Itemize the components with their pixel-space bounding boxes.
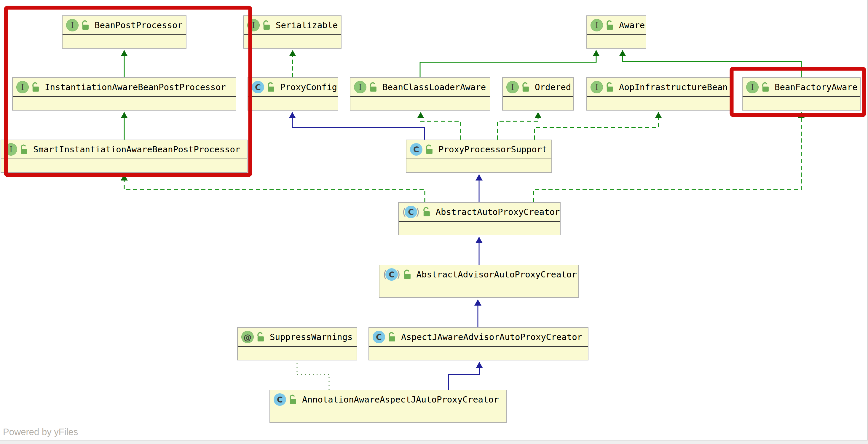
uml-diagram-canvas: (I)BeanPostProcessor(I)Serializable(I)Aw… [0,0,868,444]
class-node-smart-instantiation-aware-bean-post-processor[interactable]: (I)SmartInstantiationAwareBeanPostProces… [1,139,248,173]
node-label: BeanFactoryAware [775,82,857,92]
class-node-ordered[interactable]: (I)Ordered [502,77,574,110]
diagram-nodes-layer: (I)BeanPostProcessor(I)Serializable(I)Aw… [0,0,868,444]
interface-icon: (I) [16,81,29,93]
node-label: Aware [619,20,645,30]
node-members-section [13,97,236,110]
interface-icon: (I) [746,81,758,93]
annotation-icon: (@) [241,331,254,343]
interface-icon: (I) [354,81,366,93]
unlocked-icon [31,82,40,92]
interface-icon: (I) [5,143,17,156]
class-icon: (C) [373,331,385,343]
node-header: (I)Ordered [503,78,573,97]
unlocked-icon [521,82,530,92]
node-header: (I)BeanClassLoaderAware [350,78,490,97]
unlocked-icon [369,82,378,92]
interface-icon: (I) [591,19,603,31]
node-header: (I)BeanFactoryAware [743,78,860,97]
horizontal-scrollbar-track[interactable] [0,440,868,444]
class-node-proxy-processor-support[interactable]: (C)ProxyProcessorSupport [406,139,552,173]
node-members-section [503,97,573,110]
node-label: AbstractAutoProxyCreator [436,207,560,217]
unlocked-icon [761,82,770,92]
node-header: (C)ProxyProcessorSupport [406,140,551,159]
node-header: (C)AnnotationAwareAspectJAutoProxyCreato… [270,390,506,409]
node-header: (I)Aware [587,16,646,35]
node-members-section [350,97,490,110]
class-node-suppress-warnings[interactable]: (@)SuppressWarnings [237,327,357,360]
unlocked-icon [422,207,431,217]
node-header: (I)InstantiationAwareBeanPostProcessor [13,78,236,97]
node-label: BeanPostProcessor [95,20,183,30]
node-label: InstantiationAwareBeanPostProcessor [45,82,226,92]
node-members-section [63,35,186,48]
node-label: AbstractAdvisorAutoProxyCreator [416,269,577,280]
node-header: (C)AbstractAutoProxyCreator [399,203,560,222]
node-label: SuppressWarnings [270,332,352,342]
unlocked-icon [403,269,412,280]
powered-by-yfiles: Powered by yFiles [3,427,78,438]
node-header: (I)Serializable [244,16,341,35]
interface-icon: (I) [66,19,79,31]
node-header: (I)AopInfrastructureBean [587,78,731,97]
class-node-serializable[interactable]: (I)Serializable [243,15,342,49]
node-members-section [248,97,338,110]
interface-icon: (I) [247,19,260,31]
class-node-bean-class-loader-aware[interactable]: (I)BeanClassLoaderAware [350,77,490,110]
node-label: Ordered [535,82,571,92]
node-label: AopInfrastructureBean [619,82,728,92]
class-icon: (C) [252,81,264,93]
node-header: (I)SmartInstantiationAwareBeanPostProces… [1,140,247,159]
node-members-section [238,347,356,360]
unlocked-icon [267,82,275,92]
unlocked-icon [262,20,271,30]
interface-icon: (I) [591,81,603,93]
node-label: ProxyConfig [280,82,337,92]
unlocked-icon [606,20,614,30]
node-header: (C)AspectJAwareAdvisorAutoProxyCreator [369,328,588,347]
abstract-class-icon: (C) [402,206,420,218]
yfiles-link[interactable]: yFiles [54,427,78,437]
node-members-section [270,409,506,422]
node-members-section [244,35,341,48]
class-node-abstract-auto-proxy-creator[interactable]: (C)AbstractAutoProxyCreator [398,202,561,235]
unlocked-icon [81,20,90,30]
node-members-section [406,159,551,172]
unlocked-icon [606,82,614,92]
interface-icon: (I) [506,81,519,93]
node-label: SmartInstantiationAwareBeanPostProcessor [33,144,240,154]
node-label: BeanClassLoaderAware [382,82,486,92]
class-node-bean-post-processor[interactable]: (I)BeanPostProcessor [62,15,186,49]
class-icon: (C) [410,143,423,156]
node-members-section [379,284,578,297]
class-node-annotation-aware-aspectj-auto-proxy-creator[interactable]: (C)AnnotationAwareAspectJAutoProxyCreato… [270,390,507,423]
class-node-aspectj-aware-advisor-auto-proxy-creator[interactable]: (C)AspectJAwareAdvisorAutoProxyCreator [369,327,588,360]
node-header: (C)ProxyConfig [248,78,338,97]
node-header: (C)AbstractAdvisorAutoProxyCreator [379,265,578,284]
class-node-abstract-advisor-auto-proxy-creator[interactable]: (C)AbstractAdvisorAutoProxyCreator [379,265,579,298]
node-label: ProxyProcessorSupport [438,144,547,154]
abstract-class-icon: (C) [383,268,401,281]
unlocked-icon [425,144,434,154]
node-members-section [587,35,646,48]
node-label: AnnotationAwareAspectJAutoProxyCreator [302,394,499,405]
unlocked-icon [388,332,396,342]
powered-by-text: Powered by [3,427,52,437]
node-members-section [369,347,588,360]
class-icon: (C) [274,393,286,406]
node-label: AspectJAwareAdvisorAutoProxyCreator [401,332,582,342]
node-members-section [1,159,247,172]
class-node-bean-factory-aware[interactable]: (I)BeanFactoryAware [742,77,861,110]
node-header: (@)SuppressWarnings [238,328,356,347]
node-label: Serializable [276,20,338,30]
class-node-proxy-config[interactable]: (C)ProxyConfig [248,77,338,110]
unlocked-icon [288,394,297,405]
node-members-section [743,97,860,110]
unlocked-icon [256,332,265,342]
class-node-aop-infrastructure-bean[interactable]: (I)AopInfrastructureBean [586,77,732,110]
node-header: (I)BeanPostProcessor [63,16,186,35]
class-node-instantiation-aware-bean-post-processor[interactable]: (I)InstantiationAwareBeanPostProcessor [12,77,236,110]
node-members-section [399,222,560,235]
class-node-aware[interactable]: (I)Aware [586,15,646,49]
